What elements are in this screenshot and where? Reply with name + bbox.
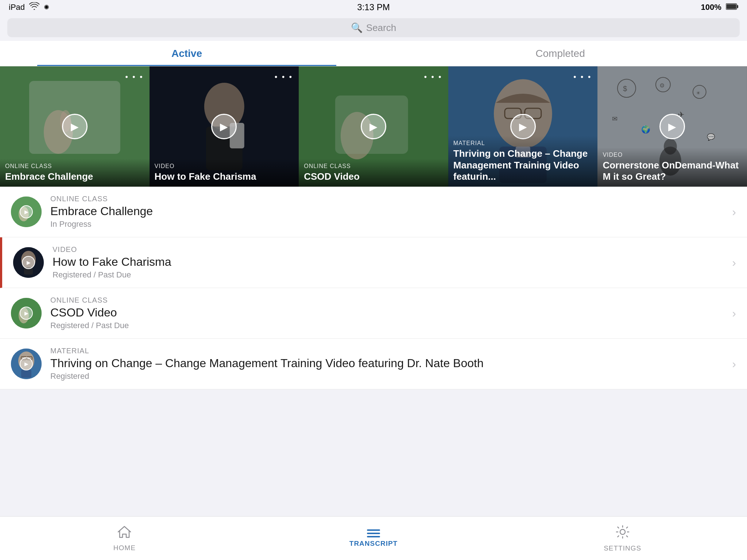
home-icon <box>117 525 132 542</box>
more-menu-2[interactable]: • • • <box>424 72 442 82</box>
status-time: 3:13 PM <box>357 2 390 12</box>
carousel-item-3[interactable]: ▶ • • • MATERIAL Thriving on Change – Ch… <box>448 66 598 187</box>
list-item-2[interactable]: ▶ ONLINE CLASS CSOD Video Registered / P… <box>0 288 747 339</box>
list-item-thumb-3: ▶ <box>11 349 42 379</box>
card-label-0: ONLINE CLASS Embrace Challenge <box>0 159 150 187</box>
more-menu-0[interactable]: • • • <box>125 72 143 82</box>
search-bar-container: 🔍 Search <box>0 15 747 41</box>
carousel-item-2[interactable]: ▶ • • • ONLINE CLASS CSOD Video <box>299 66 448 187</box>
list-item-1[interactable]: ▶ VIDEO How to Fake Charisma Registered … <box>0 237 747 288</box>
card-label-4: VIDEO Cornerstone OnDemand-What M it so … <box>597 147 747 187</box>
tab-active[interactable]: Active <box>0 41 374 66</box>
search-icon: 🔍 <box>351 22 363 34</box>
list-item-thumb-2: ▶ <box>11 298 42 328</box>
transcript-icon <box>367 529 380 537</box>
nav-settings[interactable]: SETTINGS <box>498 524 747 552</box>
carousel-item-4[interactable]: $ ⚙ ☀ ✉ 🌍 ✈ 💬 ▶ VIDEO Cornerstone OnDema… <box>597 66 747 187</box>
list-item-content-3: MATERIAL Thriving on Change – Change Man… <box>50 347 726 381</box>
list-item-content-0: ONLINE CLASS Embrace Challenge In Progre… <box>50 195 726 229</box>
wifi-icon <box>29 2 39 12</box>
more-menu-1[interactable]: • • • <box>275 72 293 82</box>
more-menu-3[interactable]: • • • <box>573 72 592 82</box>
battery-percent: 100% <box>701 3 721 12</box>
card-label-3: MATERIAL Thriving on Change – Change Man… <box>448 136 598 187</box>
card-label-2: ONLINE CLASS CSOD Video <box>299 159 448 187</box>
thumb-play-0: ▶ <box>20 205 33 218</box>
nav-transcript-label: TRANSCRIPT <box>349 540 398 548</box>
battery-icon <box>726 3 738 12</box>
nav-settings-label: SETTINGS <box>604 544 641 552</box>
tabs-container: Active Completed <box>0 41 747 66</box>
svg-rect-45 <box>21 370 31 378</box>
nav-transcript[interactable]: TRANSCRIPT <box>249 529 498 548</box>
play-button-0[interactable]: ▶ <box>62 114 88 139</box>
svg-point-46 <box>620 529 625 534</box>
thumb-play-1: ▶ <box>22 256 35 269</box>
list-item-3[interactable]: ▶ MATERIAL Thriving on Change – Change M… <box>0 339 747 389</box>
status-right: 100% <box>701 3 738 12</box>
list-item-0[interactable]: ▶ ONLINE CLASS Embrace Challenge In Prog… <box>0 187 747 237</box>
play-button-2[interactable]: ▶ <box>361 114 386 139</box>
list-item-content-2: ONLINE CLASS CSOD Video Registered / Pas… <box>50 296 726 330</box>
device-name: iPad <box>9 3 25 12</box>
list-item-thumb-0: ▶ <box>11 197 42 227</box>
thumb-play-2: ▶ <box>20 307 33 320</box>
play-button-1[interactable]: ▶ <box>211 114 237 139</box>
search-placeholder: Search <box>366 22 396 34</box>
carousel: ▶ • • • ONLINE CLASS Embrace Challenge ▶… <box>0 66 747 187</box>
status-left: iPad ✺ <box>9 2 49 12</box>
search-bar[interactable]: 🔍 Search <box>7 18 740 37</box>
gear-icon <box>615 524 630 542</box>
status-bar: iPad ✺ 3:13 PM 100% <box>0 0 747 15</box>
list-section: ▶ ONLINE CLASS Embrace Challenge In Prog… <box>0 187 747 516</box>
list-item-thumb-1: ▶ <box>13 247 44 278</box>
brightness-icon: ✺ <box>44 3 49 11</box>
bottom-nav: HOME TRANSCRIPT SETTINGS <box>0 516 747 560</box>
chevron-right-icon-0: › <box>732 205 736 219</box>
list-item-content-1: VIDEO How to Fake Charisma Registered / … <box>53 245 726 280</box>
chevron-right-icon-2: › <box>732 307 736 320</box>
nav-home-label: HOME <box>113 544 136 552</box>
svg-rect-1 <box>737 5 738 8</box>
play-button-4[interactable]: ▶ <box>659 114 685 139</box>
tab-completed[interactable]: Completed <box>374 41 747 66</box>
card-label-1: VIDEO How to Fake Charisma <box>150 159 299 187</box>
chevron-right-icon-1: › <box>732 256 736 269</box>
nav-home[interactable]: HOME <box>0 525 249 552</box>
svg-rect-2 <box>727 4 736 9</box>
chevron-right-icon-3: › <box>732 357 736 371</box>
carousel-item-1[interactable]: ▶ • • • VIDEO How to Fake Charisma <box>150 66 299 187</box>
thumb-play-3: ▶ <box>20 357 33 370</box>
carousel-item-0[interactable]: ▶ • • • ONLINE CLASS Embrace Challenge <box>0 66 150 187</box>
